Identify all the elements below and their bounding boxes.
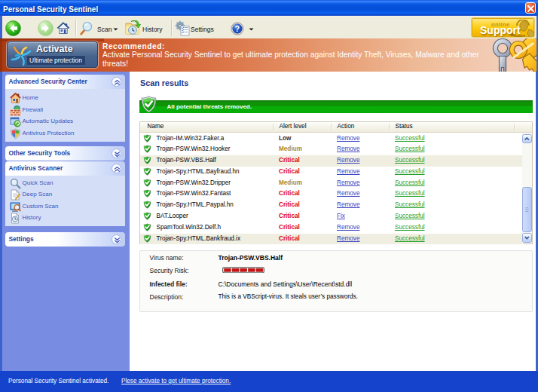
svg-text:?: ? (235, 25, 240, 33)
